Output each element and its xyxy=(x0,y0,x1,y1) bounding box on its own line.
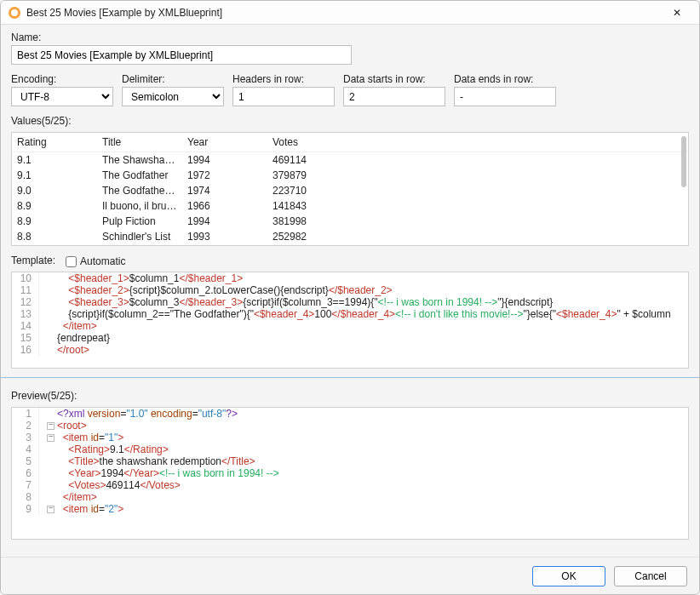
titlebar: Best 25 Movies [Example by XMLBlueprint]… xyxy=(1,1,699,25)
column-header[interactable]: Rating xyxy=(12,133,97,152)
data-start-label: Data starts in row: xyxy=(343,73,445,85)
values-table[interactable]: RatingTitleYearVotes 9.1The Shawshank ..… xyxy=(11,132,689,246)
ok-button[interactable]: OK xyxy=(532,566,605,586)
separator xyxy=(1,377,699,378)
table-row[interactable]: 8.8Schindler's List1993252982 xyxy=(12,229,688,244)
name-input[interactable] xyxy=(11,45,352,65)
table-row[interactable]: 8.9Pulp Fiction1994381998 xyxy=(12,214,688,229)
template-label: Template: xyxy=(11,255,55,266)
template-editor[interactable]: 10 <$header_1>$column_1</$header_1>11 <$… xyxy=(11,272,689,369)
window-title: Best 25 Movies [Example by XMLBlueprint] xyxy=(26,7,662,19)
values-label: Values(5/25): xyxy=(11,115,689,127)
table-row[interactable]: 9.0The Godfather: ...1974223710 xyxy=(12,183,688,198)
cancel-button[interactable]: Cancel xyxy=(614,566,687,586)
name-label: Name: xyxy=(11,31,689,43)
encoding-label: Encoding: xyxy=(11,73,113,85)
table-row[interactable]: 8.9Il buono, il brut...1966141843 xyxy=(12,198,688,214)
table-row[interactable]: 9.1The Shawshank ...1994469114 xyxy=(12,152,688,169)
headers-row-input[interactable] xyxy=(232,87,335,106)
scrollbar[interactable] xyxy=(681,136,686,187)
delimiter-label: Delimiter: xyxy=(122,73,224,85)
app-icon xyxy=(8,6,21,20)
column-header[interactable]: Year xyxy=(182,133,267,152)
column-header[interactable]: Votes xyxy=(267,133,688,152)
headers-row-label: Headers in row: xyxy=(232,73,335,85)
data-end-input[interactable] xyxy=(454,87,556,106)
table-row[interactable]: 9.1The Godfather1972379879 xyxy=(12,168,688,183)
preview-viewer[interactable]: 1<?xml version="1.0" encoding="utf-8"?>2… xyxy=(11,407,689,540)
data-end-label: Data ends in row: xyxy=(454,73,556,85)
encoding-select[interactable]: UTF-8 xyxy=(11,87,113,106)
dialog-body: Name: Encoding: UTF-8 Delimiter: Semicol… xyxy=(1,25,699,557)
close-icon[interactable]: ✕ xyxy=(662,1,692,24)
automatic-checkbox[interactable]: Automatic xyxy=(66,255,125,267)
button-row: OK Cancel xyxy=(1,557,699,594)
data-start-input[interactable] xyxy=(343,87,445,106)
column-header[interactable]: Title xyxy=(97,133,182,152)
preview-label: Preview(5/25): xyxy=(11,390,689,402)
delimiter-select[interactable]: Semicolon xyxy=(122,87,224,106)
